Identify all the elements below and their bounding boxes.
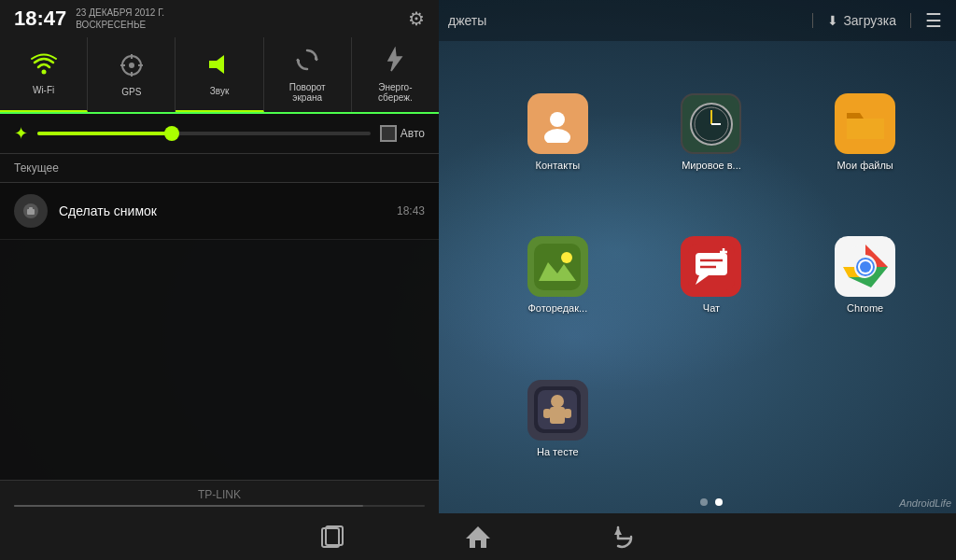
app-icon-img bbox=[527, 93, 588, 154]
back-button[interactable] bbox=[607, 520, 640, 553]
svg-point-25 bbox=[41, 69, 46, 74]
powersave-icon bbox=[383, 47, 407, 78]
svg-point-7 bbox=[561, 252, 572, 263]
brightness-icon: ✦ bbox=[14, 123, 28, 144]
gps-icon bbox=[120, 53, 144, 83]
app-icon-img bbox=[527, 380, 588, 441]
notif-text: Сделать снимок bbox=[59, 203, 386, 218]
app-photoeditor[interactable]: Фоторедак... bbox=[527, 236, 588, 314]
network-bar-fill bbox=[14, 505, 363, 507]
app-label: Чат bbox=[703, 302, 720, 314]
app-icon-img bbox=[681, 93, 741, 154]
toggle-label: Wi-Fi bbox=[33, 85, 54, 95]
app-label: Chrome bbox=[847, 302, 883, 314]
toggle-powersave[interactable]: Энерго- сбереж. bbox=[352, 37, 439, 112]
status-date: 23 ДЕКАБРЯ 2012 Г. ВОСКРЕСЕНЬЕ bbox=[76, 7, 399, 31]
app-label: Фоторедак... bbox=[527, 302, 587, 314]
svg-marker-40 bbox=[466, 526, 490, 548]
svg-rect-24 bbox=[564, 409, 571, 418]
toggle-rotate[interactable]: Поворот экрана bbox=[264, 37, 352, 112]
app-files[interactable]: Мои файлы bbox=[835, 93, 895, 171]
svg-rect-6 bbox=[534, 244, 581, 290]
svg-point-1 bbox=[544, 129, 570, 143]
svg-point-21 bbox=[551, 395, 564, 408]
menu-icon[interactable]: ☰ bbox=[921, 9, 947, 32]
svg-rect-9 bbox=[696, 253, 727, 275]
download-label: Загрузка bbox=[843, 13, 896, 28]
quick-toggles: Wi-Fi GPS Звук bbox=[0, 37, 439, 114]
app-label: Контакты bbox=[536, 160, 581, 171]
brightness-thumb bbox=[164, 126, 179, 141]
toggle-label: Звук bbox=[210, 86, 230, 96]
network-bar: TP-LINK bbox=[0, 480, 439, 513]
app-icon-img bbox=[527, 236, 588, 297]
svg-point-18 bbox=[860, 261, 871, 273]
app-label: На тесте bbox=[537, 446, 579, 457]
notif-header: Текущее bbox=[0, 154, 439, 183]
svg-rect-22 bbox=[550, 407, 565, 424]
app-chat[interactable]: Чат bbox=[681, 236, 741, 314]
brightness-track[interactable] bbox=[37, 132, 371, 135]
status-bar: 18:47 23 ДЕКАБРЯ 2012 Г. ВОСКРЕСЕНЬЕ ⚙ bbox=[0, 0, 439, 37]
notif-item[interactable]: Сделать снимок 18:43 bbox=[0, 183, 439, 240]
brightness-fill bbox=[37, 132, 171, 135]
brightness-row: ✦ Авто bbox=[0, 114, 439, 154]
notification-panel: 18:47 23 ДЕКАБРЯ 2012 Г. ВОСКРЕСЕНЬЕ ⚙ W… bbox=[0, 0, 439, 513]
status-time: 18:47 bbox=[14, 7, 66, 31]
toggle-label: Поворот экрана bbox=[289, 82, 326, 103]
watermark: AndroidLife bbox=[899, 497, 951, 509]
app-label: Мои файлы bbox=[837, 160, 893, 171]
download-icon: ⬇ bbox=[827, 13, 838, 28]
dot-1[interactable] bbox=[700, 498, 708, 506]
nav-bar bbox=[0, 513, 956, 560]
toggle-sound[interactable]: Звук bbox=[176, 37, 263, 112]
svg-rect-23 bbox=[543, 409, 551, 418]
app-icon-img bbox=[835, 236, 895, 297]
app-label: Мировое в... bbox=[682, 160, 741, 171]
download-section: ⬇ Загрузка bbox=[812, 13, 911, 28]
toggle-wifi[interactable]: Wi-Fi bbox=[0, 37, 88, 112]
app-chrome[interactable]: Chrome bbox=[835, 236, 895, 314]
auto-label: Авто bbox=[401, 127, 425, 140]
svg-marker-41 bbox=[614, 527, 622, 535]
wifi-icon bbox=[30, 53, 58, 81]
checkbox[interactable] bbox=[380, 125, 397, 142]
toggle-label: GPS bbox=[121, 87, 141, 97]
svg-point-0 bbox=[550, 112, 565, 127]
apps-grid: Контакты Мировое в... Мои файлы bbox=[476, 56, 947, 495]
notifications-section: Текущее Сделать снимок 18:43 bbox=[0, 154, 439, 480]
network-name: TP-LINK bbox=[14, 488, 425, 501]
app-contacts[interactable]: Контакты bbox=[527, 93, 588, 171]
app-icon-img bbox=[835, 93, 895, 154]
sound-icon bbox=[207, 52, 232, 82]
notif-title: Сделать снимок bbox=[59, 203, 386, 218]
notif-icon bbox=[14, 194, 48, 228]
widgets-label: джеты bbox=[448, 13, 803, 28]
svg-rect-37 bbox=[29, 207, 33, 210]
home-button[interactable] bbox=[461, 520, 495, 553]
toggle-label: Энерго- сбереж. bbox=[378, 82, 413, 103]
notif-time: 18:43 bbox=[397, 204, 425, 217]
svg-point-27 bbox=[129, 63, 134, 68]
dot-2[interactable] bbox=[715, 498, 723, 506]
page-dots bbox=[476, 498, 947, 506]
app-icon-img bbox=[681, 236, 741, 297]
settings-icon[interactable]: ⚙ bbox=[408, 7, 425, 30]
auto-checkbox[interactable]: Авто bbox=[380, 125, 425, 142]
svg-marker-32 bbox=[209, 55, 224, 74]
rotate-icon bbox=[294, 47, 320, 78]
recent-apps-button[interactable] bbox=[316, 520, 349, 553]
home-topbar: джеты ⬇ Загрузка ☰ bbox=[439, 0, 956, 41]
toggle-gps[interactable]: GPS bbox=[88, 37, 176, 112]
app-game[interactable]: На тесте bbox=[527, 380, 588, 457]
app-worldclock[interactable]: Мировое в... bbox=[681, 93, 741, 171]
